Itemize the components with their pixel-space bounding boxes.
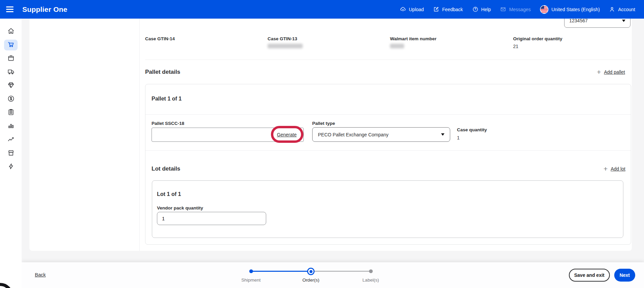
pallet-sscc-label: Pallet SSCC-18 — [152, 121, 184, 126]
nav-label: Upload — [409, 7, 424, 12]
nav-label: United States (English) — [551, 7, 600, 12]
po-number-value: 1234567 — [569, 18, 588, 23]
plus-icon: + — [597, 68, 601, 75]
sidebar-item-store[interactable] — [4, 148, 18, 159]
pallet-type-label: Pallet type — [312, 121, 335, 126]
sidebar-item-diamond[interactable] — [4, 80, 18, 91]
sidebar-item-home[interactable] — [4, 26, 18, 37]
chevron-down-icon — [441, 133, 444, 136]
field-label: Case GTIN-13 — [268, 36, 390, 41]
nav-label: Messages — [509, 7, 531, 12]
plus-icon: + — [603, 165, 607, 172]
pallet-card-title: Pallet 1 of 1 — [152, 96, 182, 102]
bar-chart-icon — [7, 122, 15, 131]
subpanel-divider — [139, 19, 140, 251]
dollar-icon — [7, 95, 15, 104]
chevron-down-icon — [622, 20, 625, 22]
help-icon — [472, 6, 479, 13]
sidebar-item-lightning[interactable] — [4, 161, 18, 172]
box-icon — [7, 54, 15, 63]
field-case-gtin-13: Case GTIN-13 — [268, 36, 390, 49]
diamond-icon — [7, 81, 15, 90]
cart-icon — [7, 41, 15, 50]
app-title: Supplier One — [22, 5, 67, 14]
lot-details-header-row: Lot details + Add lot — [152, 165, 625, 172]
messages-icon — [500, 6, 506, 13]
header-nav: UploadFeedbackHelpMessages United States… — [400, 5, 635, 14]
sidebar-item-trend[interactable] — [4, 134, 18, 145]
case-quantity-label: Case quantity — [457, 127, 487, 132]
footer-action-bar: Back ShipmentOrder(s)Label(s) Save and e… — [22, 262, 644, 288]
nav-help[interactable]: Help — [472, 6, 491, 13]
pallet-card: Pallet 1 of 1 Pallet SSCC-18 Generate Pa… — [145, 84, 631, 245]
sidebar-item-box[interactable] — [4, 53, 18, 64]
sidebar-item-cart[interactable] — [4, 40, 18, 50]
field-label: Case GTIN-14 — [145, 36, 268, 41]
step-dot-label-s — [369, 269, 373, 273]
step-label-label-s: Label(s) — [363, 278, 379, 283]
field-label: Walmart item number — [390, 36, 513, 41]
lot-details-heading: Lot details — [152, 165, 180, 172]
step-label-order-s: Order(s) — [302, 278, 319, 283]
pallet-details-heading: Pallet details — [145, 69, 180, 75]
nav-messages[interactable]: Messages — [500, 6, 531, 13]
divider — [145, 150, 631, 151]
clipboard-icon — [7, 108, 15, 117]
divider — [145, 114, 631, 115]
case-quantity-field: Case quantity 1 — [457, 127, 487, 140]
account-icon — [609, 6, 615, 13]
sidebar — [0, 19, 22, 288]
field-walmart-item-number: Walmart item number — [390, 36, 513, 49]
redacted-value — [390, 44, 404, 48]
add-lot-label: Add lot — [611, 166, 625, 172]
back-link[interactable]: Back — [35, 272, 46, 278]
home-icon — [7, 27, 15, 36]
stepper-segment — [311, 271, 371, 272]
sidebar-item-bar-chart[interactable] — [4, 121, 18, 132]
pallet-type-value: PECO Pallet Exchange Company — [318, 132, 389, 137]
pallet-details-header-row: Pallet details + Add pallet — [145, 68, 625, 75]
field-label: Original order quantity — [513, 36, 631, 41]
field-value: 21 — [513, 44, 631, 49]
top-header: Supplier One UploadFeedbackHelpMessages … — [0, 0, 644, 19]
sidebar-item-dollar[interactable] — [4, 94, 18, 105]
divider — [145, 60, 631, 60]
add-lot-button[interactable]: + Add lot — [603, 165, 625, 172]
field-case-gtin-14: Case GTIN-14 — [145, 36, 268, 49]
us-flag-icon — [540, 5, 549, 14]
order-item-fields: Case GTIN-14Case GTIN-13Walmart item num… — [145, 36, 631, 49]
nav-united-states-english[interactable]: United States (English) — [540, 5, 600, 14]
hamburger-menu-icon[interactable] — [6, 6, 14, 12]
field-value — [145, 44, 268, 49]
main-panel: 1234567 Case GTIN-14Case GTIN-13Walmart … — [29, 19, 632, 251]
feedback-icon — [433, 6, 439, 13]
case-quantity-value: 1 — [457, 135, 487, 140]
nav-feedback[interactable]: Feedback — [433, 6, 463, 13]
redacted-value — [268, 44, 303, 48]
vendor-pack-quantity-input[interactable] — [157, 212, 266, 225]
stepper-segment — [251, 271, 311, 272]
store-icon — [7, 149, 15, 158]
field-original-order-quantity: Original order quantity21 — [513, 36, 631, 49]
step-dot-order-s — [307, 268, 315, 275]
pallet-type-select[interactable]: PECO Pallet Exchange Company — [312, 127, 450, 142]
sidebar-item-clipboard[interactable] — [4, 107, 18, 118]
upload-cloud-icon — [400, 6, 406, 13]
vendor-pack-quantity-label: Vendor pack quantity — [157, 205, 203, 211]
add-pallet-button[interactable]: + Add pallet — [597, 68, 625, 75]
progress-stepper: ShipmentOrder(s)Label(s) — [251, 268, 371, 285]
pallet-sscc-field-wrap: Generate — [152, 128, 304, 142]
sidebar-item-truck[interactable] — [4, 67, 18, 77]
nav-upload[interactable]: Upload — [400, 6, 424, 13]
lot-card: Lot 1 of 1 Vendor pack quantity — [152, 180, 623, 238]
add-pallet-label: Add pallet — [604, 69, 625, 75]
step-dot-shipment — [249, 269, 253, 273]
truck-icon — [7, 68, 15, 77]
app-root: Supplier One UploadFeedbackHelpMessages … — [0, 0, 644, 288]
nav-label: Feedback — [442, 7, 463, 12]
save-and-exit-button[interactable]: Save and exit — [569, 269, 610, 282]
nav-label: Help — [481, 7, 491, 12]
next-button[interactable]: Next — [614, 269, 635, 282]
nav-account[interactable]: Account — [609, 6, 635, 13]
generate-button[interactable]: Generate — [277, 132, 297, 137]
